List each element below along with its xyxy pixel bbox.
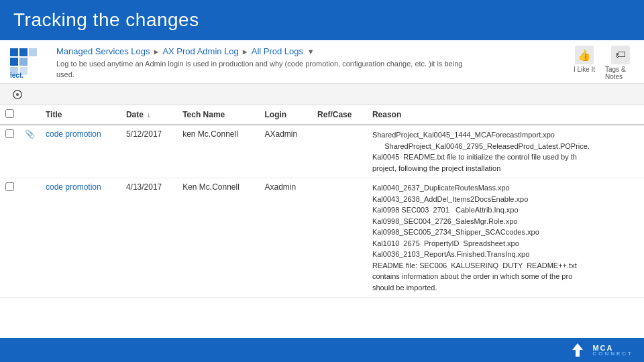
- page-header: Tracking the changes: [0, 0, 644, 40]
- breadcrumb-area: Managed Services Logs ► AX Prod Admin Lo…: [56, 46, 569, 80]
- table-header: Title Date ↓ Tech Name Login Ref/Case Re…: [0, 105, 644, 125]
- row1-attachment-icon: 📎: [25, 129, 35, 139]
- svg-rect-3: [19, 58, 28, 66]
- sp-description: Log to be used anytime an Admin login is…: [56, 59, 472, 80]
- row2-checkbox-cell: [0, 178, 19, 298]
- table-body: 📎 code promotion 5/12/2017 ken Mc.Connel…: [0, 125, 644, 298]
- row1-checkbox[interactable]: [5, 129, 14, 138]
- row1-date-cell: 5/12/2017: [121, 125, 177, 178]
- mca-brand: MCA CONNECT: [592, 344, 633, 357]
- row2-title-link[interactable]: code promotion: [46, 182, 101, 192]
- row2-reason-cell: Kal0040_2637_DuplicateRoutesMass.xpo Kal…: [367, 178, 644, 298]
- svg-rect-4: [29, 48, 37, 56]
- breadcrumb-item-1[interactable]: Managed Services Logs: [56, 46, 150, 56]
- toolbar-settings-icon[interactable]: [8, 85, 27, 104]
- row1-title-cell: code promotion: [40, 125, 121, 178]
- row1-icon-cell: 📎: [19, 125, 40, 178]
- row1-title-link[interactable]: code promotion: [46, 129, 101, 139]
- col-login: Login: [259, 105, 312, 125]
- row2-tech-name-cell: Ken Mc.Connell: [177, 178, 259, 298]
- row1-reason-cell: SharedProject_Kal0045_1444_MCAForecastIm…: [367, 125, 644, 178]
- col-reason: Reason: [367, 105, 644, 125]
- row2-title-cell: code promotion: [40, 178, 121, 298]
- breadcrumb-sep-1: ►: [152, 48, 160, 56]
- sp-actions: 👍 I Like It 🏷 Tags & Notes: [569, 46, 636, 80]
- table-row: code promotion 4/13/2017 Ken Mc.Connell …: [0, 178, 644, 298]
- date-sort-icon: ↓: [147, 111, 150, 119]
- breadcrumb-dropdown-icon: ▼: [307, 48, 315, 56]
- row2-ref-case-cell: [312, 178, 367, 298]
- row2-reason-text: Kal0040_2637_DuplicateRoutesMass.xpo Kal…: [372, 182, 627, 293]
- breadcrumb-sep-2: ►: [241, 48, 249, 56]
- main-content: iect. Managed Services Logs ► AX Prod Ad…: [0, 40, 644, 355]
- toolbar: [0, 84, 644, 105]
- row1-ref-case-cell: [312, 125, 367, 178]
- tags-label: Tags & Notes: [605, 66, 636, 80]
- row1-tech-name-cell: ken Mc.Connell: [177, 125, 259, 178]
- select-all-checkbox[interactable]: [5, 109, 14, 118]
- row1-login-cell: AXadmin: [259, 125, 312, 178]
- svg-marker-9: [572, 343, 583, 357]
- svg-text:iect.: iect.: [10, 72, 23, 78]
- mca-subtext: CONNECT: [592, 351, 633, 357]
- like-label: I Like It: [574, 66, 595, 73]
- row2-icon-cell: [19, 178, 40, 298]
- svg-point-8: [16, 93, 19, 96]
- breadcrumb-item-2[interactable]: AX Prod Admin Log: [162, 46, 238, 56]
- col-ref-case: Ref/Case: [312, 105, 367, 125]
- row1-reason-text: SharedProject_Kal0045_1444_MCAForecastIm…: [372, 129, 627, 174]
- sp-header: iect. Managed Services Logs ► AX Prod Ad…: [0, 40, 644, 84]
- svg-rect-2: [10, 58, 18, 66]
- col-icon: [19, 105, 40, 125]
- mca-logo: MCA CONNECT: [568, 341, 633, 359]
- col-title: Title: [40, 105, 121, 125]
- page-title: Tracking the changes: [13, 9, 199, 31]
- like-icon: 👍: [575, 46, 594, 64]
- row2-login-cell: Axadmin: [259, 178, 312, 298]
- breadcrumb-current: All Prod Logs ▼: [252, 46, 315, 56]
- sp-logo: iect.: [8, 46, 48, 80]
- bottom-bar: MCA CONNECT: [0, 338, 644, 362]
- col-tech-name: Tech Name: [177, 105, 259, 125]
- breadcrumb-item-3[interactable]: All Prod Logs: [252, 46, 303, 56]
- tags-button[interactable]: 🏷 Tags & Notes: [605, 46, 636, 80]
- col-date[interactable]: Date ↓: [121, 105, 177, 125]
- col-checkbox: [0, 105, 19, 125]
- row1-checkbox-cell: [0, 125, 19, 178]
- table-row: 📎 code promotion 5/12/2017 ken Mc.Connel…: [0, 125, 644, 178]
- row2-checkbox[interactable]: [5, 182, 14, 191]
- row2-date-cell: 4/13/2017: [121, 178, 177, 298]
- tags-icon: 🏷: [611, 46, 630, 64]
- like-button[interactable]: 👍 I Like It: [569, 46, 600, 73]
- svg-rect-1: [19, 48, 28, 56]
- breadcrumb: Managed Services Logs ► AX Prod Admin Lo…: [56, 46, 569, 56]
- svg-rect-0: [10, 48, 18, 56]
- table-container: Title Date ↓ Tech Name Login Ref/Case Re…: [0, 105, 644, 298]
- data-table: Title Date ↓ Tech Name Login Ref/Case Re…: [0, 105, 644, 298]
